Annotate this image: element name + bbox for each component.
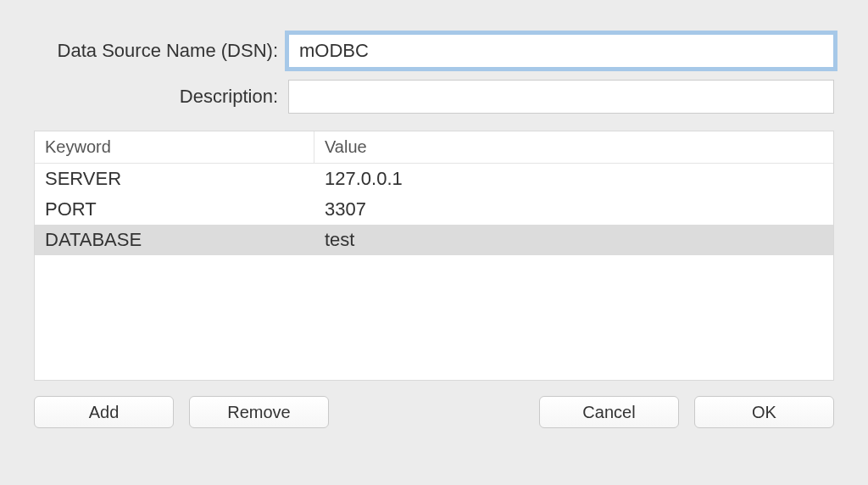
table-header-value[interactable]: Value [314, 137, 833, 157]
table-cell-value: test [314, 229, 833, 251]
description-row: Description: [34, 80, 834, 114]
table-row[interactable]: SERVER127.0.0.1 [35, 164, 833, 194]
table-header-keyword[interactable]: Keyword [35, 131, 314, 163]
table-row[interactable]: DATABASEtest [35, 225, 833, 255]
dsn-configuration-dialog: Data Source Name (DSN): Description: Key… [0, 0, 868, 462]
cancel-button[interactable]: Cancel [539, 396, 679, 428]
dsn-input[interactable] [288, 34, 834, 68]
description-label: Description: [34, 86, 288, 108]
dsn-row: Data Source Name (DSN): [34, 34, 834, 68]
table-header: Keyword Value [35, 131, 833, 164]
button-row: Add Remove Cancel OK [34, 396, 834, 428]
table-cell-value: 3307 [314, 198, 833, 220]
table-cell-keyword: DATABASE [35, 229, 314, 251]
add-button[interactable]: Add [34, 396, 174, 428]
ok-button[interactable]: OK [694, 396, 834, 428]
dsn-label: Data Source Name (DSN): [34, 40, 288, 62]
table-cell-keyword: PORT [35, 198, 314, 220]
keyword-value-table: Keyword Value SERVER127.0.0.1PORT3307DAT… [34, 131, 834, 381]
button-spacer [344, 396, 524, 428]
description-input[interactable] [288, 80, 834, 114]
table-body: SERVER127.0.0.1PORT3307DATABASEtest [35, 164, 833, 255]
remove-button[interactable]: Remove [189, 396, 329, 428]
table-cell-value: 127.0.0.1 [314, 168, 833, 190]
table-cell-keyword: SERVER [35, 168, 314, 190]
table-row[interactable]: PORT3307 [35, 194, 833, 225]
